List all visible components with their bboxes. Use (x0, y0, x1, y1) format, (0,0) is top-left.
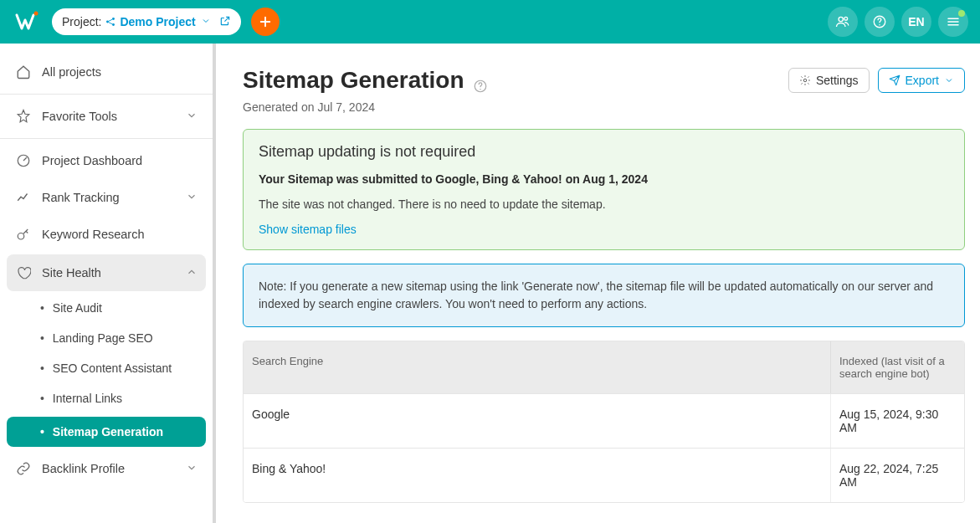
svg-point-3 (113, 23, 115, 26)
sidebar-item-label: Site Health (42, 266, 101, 279)
cell-engine: Bing & Yahoo! (244, 449, 830, 502)
users-icon[interactable] (828, 7, 858, 37)
sidebar-item-project-dashboard[interactable]: Project Dashboard (0, 142, 213, 179)
project-label: Project: (62, 15, 101, 28)
gauge-icon (15, 152, 32, 169)
svg-line-4 (109, 19, 113, 21)
sidebar-item-label: All projects (42, 65, 101, 79)
sidebar-item-rank-tracking[interactable]: Rank Tracking (0, 179, 213, 216)
table-header: Search Engine Indexed (last visit of a s… (244, 341, 964, 393)
home-icon (15, 64, 32, 80)
chevron-down-icon (201, 15, 211, 28)
sidebar-item-label: Backlink Profile (42, 462, 125, 475)
alert-body: The site was not changed. There is no ne… (259, 197, 949, 211)
sidebar-sub-internal-links[interactable]: Internal Links (0, 383, 213, 413)
sidebar-item-label: Favorite Tools (42, 110, 117, 123)
heart-pulse-icon (15, 264, 32, 281)
svg-point-7 (844, 17, 848, 20)
sidebar: All projects Favorite Tools Project Dash… (0, 44, 216, 523)
page-title: Sitemap Generation (243, 67, 488, 94)
alert-heading: Sitemap updating is not required (259, 143, 949, 161)
table-row: Google Aug 15, 2024, 9:30 AM (244, 393, 964, 448)
sidebar-item-label: Project Dashboard (42, 154, 142, 167)
project-selector[interactable]: Project: Demo Project (52, 8, 241, 35)
col-indexed: Indexed (last visit of a search engine b… (830, 341, 964, 393)
col-search-engine: Search Engine (244, 341, 830, 393)
chevron-down-icon (186, 191, 198, 205)
chevron-down-icon (186, 110, 198, 124)
chevron-down-icon (186, 462, 198, 476)
cell-indexed: Aug 22, 2024, 7:25 AM (830, 449, 964, 502)
sidebar-sub-seo-content-assistant[interactable]: SEO Content Assistant (0, 353, 213, 383)
show-sitemap-files-link[interactable]: Show sitemap files (259, 223, 357, 236)
alert-submitted: Your Sitemap was submitted to Google, Bi… (259, 172, 949, 186)
add-button[interactable] (251, 8, 280, 36)
link-icon (15, 460, 32, 477)
svg-point-11 (18, 233, 24, 240)
main-content: Sitemap Generation Settings Export Gener… (216, 44, 980, 523)
sidebar-item-backlink-profile[interactable]: Backlink Profile (0, 450, 213, 487)
generated-date: Generated on Jul 7, 2024 (243, 100, 965, 114)
export-button[interactable]: Export (878, 68, 965, 93)
key-icon (15, 226, 32, 243)
sidebar-sub-sitemap-generation[interactable]: Sitemap Generation (7, 417, 206, 447)
gear-icon (799, 74, 811, 86)
chevron-down-icon (944, 75, 954, 85)
sidebar-sub-landing-page-seo[interactable]: Landing Page SEO (0, 323, 213, 353)
export-icon (889, 74, 900, 86)
help-icon[interactable] (865, 7, 895, 37)
sidebar-item-all-projects[interactable]: All projects (0, 54, 213, 90)
share-icon (105, 16, 116, 28)
alert-info-text: Note: If you generate a new sitemap usin… (259, 279, 933, 310)
svg-line-5 (109, 23, 113, 24)
help-icon[interactable] (473, 73, 488, 88)
svg-point-0 (34, 12, 38, 16)
cell-indexed: Aug 15, 2024, 9:30 AM (830, 394, 964, 448)
svg-point-6 (839, 17, 843, 21)
sidebar-item-favorite-tools[interactable]: Favorite Tools (0, 98, 213, 135)
menu-icon[interactable] (938, 7, 968, 37)
sidebar-sub-site-audit[interactable]: Site Audit (0, 293, 213, 323)
table-row: Bing & Yahoo! Aug 22, 2024, 7:25 AM (244, 448, 964, 502)
sidebar-item-keyword-research[interactable]: Keyword Research (0, 216, 213, 253)
settings-button[interactable]: Settings (788, 68, 870, 93)
svg-point-2 (113, 18, 115, 20)
app-logo[interactable] (12, 6, 44, 38)
search-engine-table: Search Engine Indexed (last visit of a s… (243, 341, 965, 503)
svg-point-1 (107, 21, 110, 23)
svg-point-13 (480, 89, 481, 90)
star-icon (15, 108, 32, 125)
language-selector[interactable]: EN (901, 7, 931, 37)
svg-point-14 (803, 79, 807, 82)
sidebar-item-label: Rank Tracking (42, 191, 120, 204)
chart-line-icon (15, 189, 32, 206)
external-link-icon[interactable] (219, 15, 231, 29)
cell-engine: Google (244, 394, 830, 448)
svg-point-9 (879, 24, 880, 26)
sidebar-item-site-health[interactable]: Site Health (7, 254, 206, 291)
alert-success: Sitemap updating is not required Your Si… (243, 129, 965, 250)
notification-dot (958, 10, 965, 17)
topbar: Project: Demo Project EN (0, 0, 980, 44)
sidebar-item-label: Keyword Research (42, 228, 145, 241)
project-name: Demo Project (105, 15, 195, 28)
chevron-up-icon (186, 266, 198, 280)
alert-info: Note: If you generate a new sitemap usin… (243, 264, 965, 327)
